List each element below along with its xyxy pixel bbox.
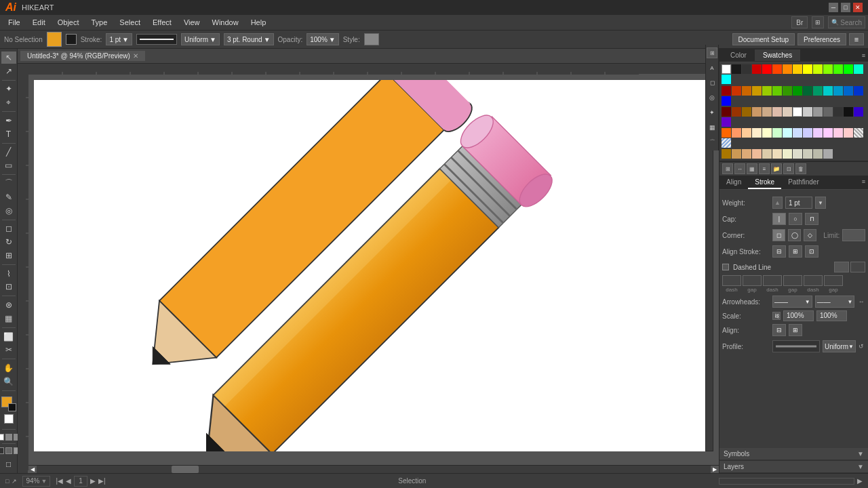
scroll-left-btn[interactable]: ◀ [28, 466, 37, 473]
document-tab[interactable]: Untitled-3* @ 94% (RGB/Preview) ✕ [20, 51, 145, 61]
zoom-tool[interactable]: 🔍 [1, 375, 16, 388]
symbols-collapse[interactable]: ▼ [857, 450, 864, 458]
close-tab-icon[interactable]: ✕ [133, 52, 138, 60]
magic-wand-tool[interactable]: ✦ [1, 83, 16, 96]
align2-1[interactable]: ⊟ [772, 324, 786, 336]
swatch-pattern2[interactable] [722, 138, 731, 148]
color-tab[interactable]: Color [722, 49, 755, 61]
corner-miter[interactable]: ◻ [772, 229, 785, 241]
swatches-tab[interactable]: Swatches [755, 49, 800, 61]
swatch-buffered[interactable] [752, 149, 762, 159]
column-graph-tool[interactable]: ▦ [1, 312, 16, 325]
swatch-skin[interactable] [772, 107, 782, 117]
side-icon-brush[interactable]: ⌒ [707, 137, 717, 148]
canvas-area[interactable] [28, 75, 719, 465]
swatch-palegreen[interactable] [772, 128, 782, 138]
swatch-lime[interactable] [823, 64, 833, 74]
panel-icon-2[interactable]: ↔ [734, 163, 745, 174]
draw-behind[interactable] [5, 447, 12, 454]
swatch-cyan[interactable] [722, 75, 731, 84]
arrowhead-end[interactable]: ——▼ [815, 296, 855, 308]
weight-down-btn[interactable]: ▲ [773, 199, 782, 206]
selection-tool[interactable]: ↖ [1, 52, 16, 64]
swatch-dkgray[interactable] [823, 107, 833, 117]
search-box[interactable]: 🔍 Search [828, 16, 865, 28]
page-number[interactable]: 1 [74, 476, 87, 487]
menu-view[interactable]: View [178, 17, 205, 28]
view-solid[interactable] [5, 434, 12, 441]
paintbrush-tool[interactable]: ⌒ [1, 178, 16, 190]
pen-tool[interactable]: ✒ [1, 115, 16, 127]
zoom-dropdown-icon[interactable]: ▼ [41, 478, 47, 485]
side-icon-1[interactable]: ⊞ [707, 47, 717, 58]
layers-collapse[interactable]: ▼ [857, 463, 864, 470]
swatch-brown[interactable] [732, 107, 741, 117]
gap3-input[interactable] [824, 275, 843, 286]
stroke-value-dropdown[interactable]: 1 pt▼ [106, 33, 132, 45]
dashed-checkbox[interactable] [722, 264, 729, 270]
swatch-amber[interactable] [793, 64, 802, 74]
preferences-btn[interactable]: Preferences [797, 33, 846, 45]
swatch-lightpink[interactable] [833, 128, 843, 138]
dash3-input[interactable] [804, 275, 823, 286]
side-icon-grid[interactable]: ▦ [707, 122, 717, 133]
swatch-yellow[interactable] [803, 64, 812, 74]
panel-icon-3[interactable]: ▦ [747, 163, 757, 174]
type-tool[interactable]: T [1, 128, 16, 140]
menu-effect[interactable]: Effect [147, 17, 177, 28]
swatch-blue[interactable] [722, 96, 731, 106]
page-last-btn[interactable]: ▶| [98, 477, 106, 485]
line-tool[interactable]: ╱ [1, 146, 16, 159]
scale-link-icon[interactable]: ⛓ [772, 312, 781, 320]
arrange-btn[interactable]: ≡ [849, 33, 864, 45]
swatch-brightred[interactable] [762, 64, 772, 74]
round-dropdown[interactable]: 3 pt. Round▼ [224, 33, 274, 45]
swatch-darkred[interactable] [722, 86, 731, 96]
panel-icon-4[interactable]: ≡ [759, 163, 770, 174]
panel-icon-align[interactable]: ⊞ [722, 163, 733, 174]
limit-input[interactable] [842, 229, 865, 241]
artboard-slider[interactable] [719, 478, 854, 485]
swatch-salmon[interactable] [844, 128, 853, 138]
swatch-lilac[interactable] [813, 128, 823, 138]
swatch-sand[interactable] [752, 107, 762, 117]
gap2-input[interactable] [783, 275, 802, 286]
swatch-medgray[interactable] [813, 107, 823, 117]
swatch-orange[interactable] [783, 64, 792, 74]
align-tab[interactable]: Align [719, 176, 748, 189]
panel-icon-6[interactable]: ⊡ [783, 163, 794, 174]
align-center[interactable]: ⊟ [772, 245, 786, 258]
swatch-cyan-green[interactable] [854, 64, 863, 74]
color-panel-menu[interactable]: ≡ [862, 52, 865, 59]
swatch-lavender[interactable] [803, 128, 812, 138]
swatch-tan[interactable] [742, 107, 751, 117]
swatch-ltgray[interactable] [803, 107, 812, 117]
page-next-btn[interactable]: ▶ [90, 477, 96, 485]
swatch-warmgray[interactable] [813, 149, 823, 159]
scale-y-input[interactable]: 100% [816, 310, 847, 321]
artboard-tool[interactable]: ⬜ [1, 331, 16, 343]
swatch-peach[interactable] [732, 128, 741, 138]
swatch-indigo[interactable] [854, 107, 863, 117]
swatch-vdkgray[interactable] [833, 107, 843, 117]
menu-window[interactable]: Window [207, 17, 244, 28]
menu-help[interactable]: Help [245, 17, 272, 28]
stroke-panel-menu[interactable]: ≡ [859, 176, 868, 189]
zoom-control[interactable]: 94% ▼ [22, 476, 50, 487]
swatch-darkorange[interactable] [742, 86, 751, 96]
dash1-input[interactable] [722, 275, 741, 286]
profile-reset[interactable]: ↺ [859, 342, 864, 351]
swatch-pattern1[interactable] [854, 128, 863, 138]
uniform-dropdown[interactable]: Uniform▼ [181, 33, 220, 45]
panel-icon-5[interactable]: 📁 [771, 163, 782, 174]
opacity-dropdown[interactable]: 100%▼ [307, 33, 338, 45]
swatch-dark[interactable] [742, 64, 751, 74]
page-first-btn[interactable]: |◀ [56, 477, 63, 485]
swatch-darkgreen[interactable] [803, 86, 812, 96]
arrowhead-swap[interactable]: ↔ [857, 297, 865, 306]
swatch-ashwhite[interactable] [793, 149, 802, 159]
swatch-darkred2[interactable] [732, 86, 741, 96]
swatch-olive[interactable] [772, 86, 782, 96]
stroke-swatch-options[interactable] [66, 34, 77, 45]
corner-bevel[interactable]: ◇ [804, 229, 816, 241]
